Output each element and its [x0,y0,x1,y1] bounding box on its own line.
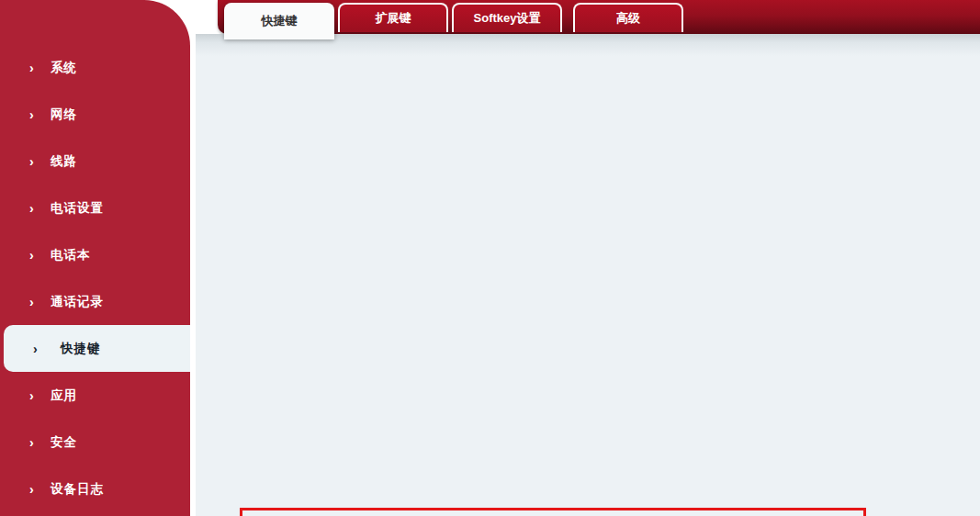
sidebar-menu: › 系统 › 网络 › 线路 › 电话设置 › 电话本 › 通话记录 › 快捷键… [0,44,190,512]
sidebar-item-line[interactable]: › 线路 [0,138,190,185]
tab-extension-key[interactable]: 扩展键 [338,3,448,32]
sidebar-item-function-key[interactable]: › 快捷键 [4,325,190,372]
sidebar-item-security[interactable]: › 安全 [0,419,190,466]
sidebar-item-label: 线路 [51,153,77,170]
tab-label: Softkey设置 [474,10,541,27]
sidebar-item-phone-settings[interactable]: › 电话设置 [0,185,190,231]
sidebar-item-label: 通话记录 [51,294,104,310]
tab-label: 扩展键 [376,10,411,27]
tab-advanced[interactable]: 高级 [573,3,683,32]
chevron-right-icon: › [29,108,42,121]
chevron-right-icon: › [29,483,42,496]
main-content [196,34,980,516]
sidebar-item-system[interactable]: › 系统 [0,44,190,91]
sidebar-item-device-log[interactable]: › 设备日志 [0,466,190,512]
chevron-right-icon: › [29,155,42,168]
sidebar-item-application[interactable]: › 应用 [0,372,190,419]
sidebar-item-label: 设备日志 [51,481,104,498]
sidebar-item-label: 系统 [51,60,77,76]
sidebar-item-phonebook[interactable]: › 电话本 [0,231,190,278]
sidebar-item-network[interactable]: › 网络 [0,91,190,138]
chevron-right-icon: › [29,436,42,449]
sidebar-item-label: 电话本 [51,247,91,264]
sidebar-item-call-logs[interactable]: › 通话记录 [0,278,190,325]
tab-function-key[interactable]: 快捷键 [224,3,334,39]
chevron-right-icon: › [29,62,42,74]
chevron-right-icon: › [29,202,42,215]
sidebar-item-label: 网络 [51,107,77,123]
tab-label: 高级 [616,10,640,27]
chevron-right-icon: › [33,342,46,355]
sidebar-item-label: 安全 [51,434,77,451]
chevron-right-icon: › [29,389,42,402]
sidebar: › 系统 › 网络 › 线路 › 电话设置 › 电话本 › 通话记录 › 快捷键… [0,0,190,516]
tab-softkey-settings[interactable]: Softkey设置 [452,3,562,32]
chevron-right-icon: › [29,249,42,262]
sidebar-item-label: 应用 [51,387,77,404]
tab-label: 快捷键 [262,13,298,29]
chevron-right-icon: › [29,296,42,308]
tab-bar: 快捷键 扩展键 Softkey设置 高级 [224,3,687,39]
sidebar-item-label: 电话设置 [51,200,104,217]
sidebar-item-label: 快捷键 [61,341,101,357]
